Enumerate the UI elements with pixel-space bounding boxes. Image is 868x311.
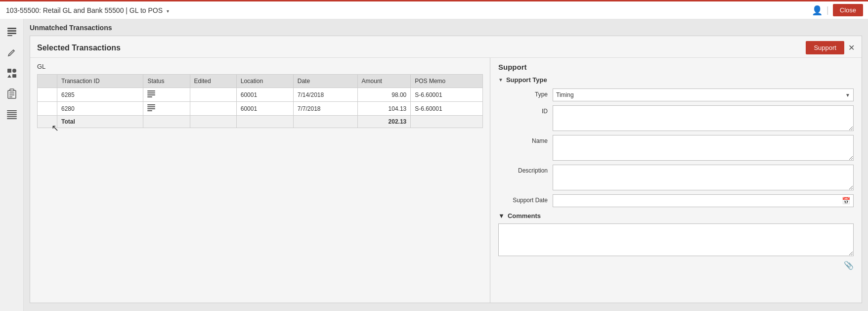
col-pos-memo: POS Memo <box>411 75 483 88</box>
type-select[interactable]: Timing Amount Other <box>556 91 850 98</box>
total-row: Total 202.13 <box>38 116 483 128</box>
svg-rect-19 <box>147 92 155 93</box>
description-label: Description <box>498 165 553 174</box>
total-label-cell <box>38 116 57 128</box>
description-textarea[interactable] <box>553 165 854 190</box>
comments-header: ▼ Comments <box>498 212 854 220</box>
name-label: Name <box>498 135 553 144</box>
support-type-label: Support Type <box>506 76 547 84</box>
divider: | <box>826 5 829 15</box>
row1-transaction-id: 6285 <box>57 88 143 102</box>
sidebar-icon-edit[interactable] <box>3 44 21 61</box>
id-textarea[interactable] <box>553 105 854 131</box>
type-select-wrapper[interactable]: Timing Amount Other ▼ <box>553 89 854 101</box>
total-label: Total <box>57 116 143 128</box>
id-row: ID <box>498 105 854 131</box>
svg-marker-6 <box>7 75 11 78</box>
col-transaction-id: Transaction ID <box>57 75 143 88</box>
support-button[interactable]: Support <box>806 41 844 54</box>
sidebar-icon-list[interactable] <box>3 23 21 41</box>
row2-edited <box>190 102 236 116</box>
svg-rect-14 <box>7 112 17 113</box>
close-button-top[interactable]: Close <box>833 4 863 16</box>
user-icon-button[interactable]: 👤 <box>812 5 823 16</box>
svg-rect-24 <box>147 108 155 109</box>
total-edited <box>190 116 236 128</box>
row1-location: 60001 <box>236 88 293 102</box>
total-location <box>236 116 293 128</box>
support-date-label: Support Date <box>498 194 553 204</box>
unmatched-transactions-title: Unmatched Transactions <box>30 24 862 32</box>
table-row: 6285 <box>38 88 483 102</box>
table-row: 6280 <box>38 102 483 116</box>
main-layout: Unmatched Transactions Selected Transact… <box>0 19 868 311</box>
sidebar-icon-clipboard[interactable] <box>3 85 21 103</box>
svg-rect-15 <box>7 114 17 115</box>
comments-collapse-triangle[interactable]: ▼ <box>498 212 505 220</box>
attach-row: 📎 <box>498 261 854 270</box>
svg-rect-13 <box>7 110 17 111</box>
row1-edited <box>190 88 236 102</box>
col-checkbox <box>38 75 57 88</box>
row2-checkbox <box>38 102 57 116</box>
svg-rect-23 <box>147 106 155 107</box>
svg-rect-0 <box>7 28 16 29</box>
row2-status-icon <box>147 105 155 113</box>
transactions-table: Transaction ID Status Edited Location Da… <box>37 74 483 128</box>
sidebar-icon-lines[interactable] <box>3 106 21 124</box>
svg-rect-4 <box>7 69 11 73</box>
row1-status <box>143 88 190 102</box>
panel-header-actions: Support ✕ <box>806 41 855 54</box>
support-date-input[interactable] <box>556 197 842 204</box>
name-textarea[interactable] <box>553 135 854 161</box>
svg-rect-18 <box>147 90 155 91</box>
row2-amount: 104.13 <box>357 102 411 116</box>
row2-location: 60001 <box>236 102 293 116</box>
total-status <box>143 116 190 128</box>
svg-rect-9 <box>10 89 14 91</box>
name-row: Name <box>498 135 854 161</box>
attachment-icon[interactable]: 📎 <box>844 261 854 270</box>
date-control: 📅 <box>553 194 854 207</box>
collapse-triangle[interactable]: ▼ <box>498 77 503 83</box>
panel-header: Selected Transactions Support ✕ <box>30 36 862 58</box>
row1-checkbox <box>38 88 57 102</box>
svg-rect-3 <box>7 35 12 36</box>
row2-transaction-id: 6280 <box>57 102 143 116</box>
col-edited: Edited <box>190 75 236 88</box>
comments-label: Comments <box>508 212 541 220</box>
panel-title: Selected Transactions <box>37 44 121 52</box>
comments-textarea[interactable] <box>498 223 854 256</box>
panel-body: GL Transaction ID Status Edited Location… <box>30 58 862 303</box>
row2-status <box>143 102 190 116</box>
svg-rect-1 <box>7 30 16 32</box>
calendar-icon[interactable]: 📅 <box>842 197 850 205</box>
row1-date: 7/14/2018 <box>293 88 357 102</box>
col-location: Location <box>236 75 293 88</box>
sidebar-icon-shapes[interactable] <box>3 64 21 82</box>
top-bar-actions: 👤 | Close <box>812 1 863 19</box>
type-label: Type <box>498 89 553 98</box>
svg-rect-17 <box>7 118 17 119</box>
total-pos-memo <box>411 116 483 128</box>
title-text: 103-55500: Retail GL and Bank 55500 | GL… <box>6 6 163 14</box>
svg-rect-21 <box>147 96 152 97</box>
support-title: Support <box>498 63 854 71</box>
type-row: Type Timing Amount Other ▼ <box>498 89 854 101</box>
title-dropdown-arrow[interactable]: ▾ <box>167 8 169 14</box>
row2-pos-memo: S-6.60001 <box>411 102 483 116</box>
description-row: Description <box>498 165 854 190</box>
gl-label: GL <box>37 63 483 70</box>
page-title: 103-55500: Retail GL and Bank 55500 | GL… <box>6 6 169 14</box>
close-button-panel[interactable]: ✕ <box>848 43 855 52</box>
col-amount: Amount <box>357 75 411 88</box>
row1-pos-memo: S-6.60001 <box>411 88 483 102</box>
svg-rect-7 <box>12 74 16 78</box>
id-label: ID <box>498 105 553 115</box>
row2-date: 7/7/2018 <box>293 102 357 116</box>
total-amount: 202.13 <box>357 116 411 128</box>
sidebar <box>0 19 24 311</box>
top-bar: 103-55500: Retail GL and Bank 55500 | GL… <box>0 0 868 19</box>
total-date <box>293 116 357 128</box>
svg-point-5 <box>12 69 16 73</box>
